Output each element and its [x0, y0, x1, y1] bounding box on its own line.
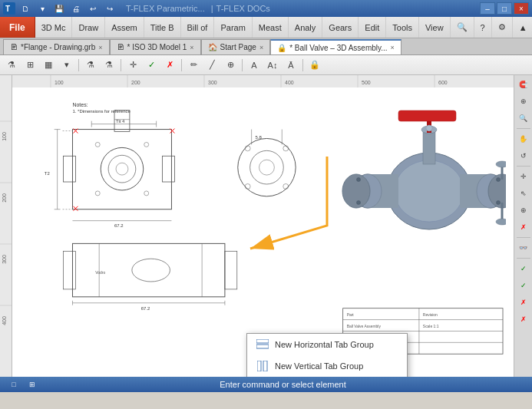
toolbar-filter2-btn[interactable]: ⚗: [82, 58, 99, 73]
toolbar: ⚗ ⊞ ▦ ▾ ⚗ ⚗ ✛ ✓ ✗ ✏ ╱ ⊕ A A↕ Ā 🔒: [0, 55, 532, 75]
ribbon-settings-btn[interactable]: ⚙: [492, 17, 513, 38]
svg-text:200: 200: [131, 80, 140, 85]
toolbar-separator5: [302, 59, 303, 71]
sidebar-glasses-btn[interactable]: 👓: [516, 240, 531, 256]
ribbon-tab-draw[interactable]: Draw: [72, 17, 105, 38]
toolbar-dropdown-btn[interactable]: ▾: [58, 58, 75, 73]
menu-new-horizontal-label: New Horizontal Tab Group: [275, 340, 374, 349]
menu-item-new-vertical[interactable]: New Vertical Tab Group: [247, 355, 407, 377]
doc-tab-ballvalve[interactable]: 🔒 * Ball Valve – 3D Assembly... ×: [270, 39, 401, 54]
sidebar-add-btn[interactable]: ⊕: [516, 203, 531, 218]
tab-close-btn[interactable]: ×: [98, 44, 102, 51]
tab-close-btn2[interactable]: ×: [190, 44, 193, 51]
doc-tab-iso3d[interactable]: 🖹 * ISO 3D Model 1 ×: [110, 39, 201, 54]
title-text: T-FLEX Parametric...: [126, 4, 205, 13]
svg-text:300: 300: [2, 255, 7, 264]
toolbar-cross-btn[interactable]: ✗: [161, 58, 178, 73]
svg-text:100: 100: [2, 132, 7, 141]
qa-new-btn[interactable]: 🗋: [18, 2, 32, 15]
toolbar-text3-btn[interactable]: Ā: [283, 58, 299, 73]
ribbon-tab-tools[interactable]: Tools: [386, 17, 419, 38]
doc-tab-flange[interactable]: 🖹 *Flange - Drawing.grb ×: [3, 39, 110, 54]
toolbar-filter-btn[interactable]: ⚗: [3, 58, 20, 73]
toolbar-separator3: [181, 59, 182, 71]
ribbon-minimize-btn[interactable]: ▲: [513, 17, 532, 38]
ribbon-tab-gears[interactable]: Gears: [322, 17, 359, 38]
toolbar-text-btn[interactable]: A: [246, 58, 263, 73]
sidebar-remove-btn[interactable]: ✗: [516, 219, 531, 235]
qa-print-btn[interactable]: 🖨: [69, 2, 83, 15]
top-ruler: 100 200 300 400 500 600: [12, 75, 514, 87]
qa-redo-btn[interactable]: ↪: [103, 2, 117, 15]
ribbon-tab-billof[interactable]: Bill of: [181, 17, 215, 38]
ribbon-help-btn[interactable]: ?: [474, 17, 492, 38]
close-btn[interactable]: ×: [514, 2, 529, 15]
doc-tab-start[interactable]: 🏠 Start Page ×: [201, 39, 271, 54]
maximize-btn[interactable]: □: [497, 2, 512, 15]
title-bar: T 🗋 ▾ 💾 🖨 ↩ ↪ T-FLEX Parametric... | T-F…: [0, 0, 532, 17]
canvas-area[interactable]: 100 200 300 400 500 600: [12, 75, 514, 377]
ribbon-tab-analy[interactable]: Analy: [289, 17, 323, 38]
file-button[interactable]: File: [0, 17, 35, 38]
sidebar-x-btn[interactable]: ✗: [516, 295, 531, 310]
tab-label: Start Page: [220, 43, 256, 51]
toolbar-separator2: [121, 59, 121, 71]
tab-close-btn3[interactable]: ×: [259, 44, 263, 51]
status-layout-btn[interactable]: □: [6, 377, 21, 392]
toolbar-table-btn[interactable]: ⊞: [21, 58, 38, 73]
toolbar-line-btn[interactable]: ╱: [203, 58, 220, 73]
sidebar-check2-btn[interactable]: ✓: [516, 278, 531, 293]
title-bar-left: T 🗋 ▾ 💾 🖨 ↩ ↪ T-FLEX Parametric... | T-F…: [3, 2, 270, 15]
qa-save-btn[interactable]: 💾: [52, 2, 66, 15]
status-message: Enter command or select element: [220, 380, 345, 389]
tab-icon: 🖹: [117, 43, 124, 51]
sidebar-x2-btn[interactable]: ✗: [516, 312, 531, 327]
toolbar-grid-btn[interactable]: ▦: [40, 58, 57, 73]
ribbon-tab-edit[interactable]: Edit: [359, 17, 386, 38]
svg-text:600: 600: [438, 80, 448, 85]
svg-text:400: 400: [2, 316, 7, 325]
sidebar-sep3: [517, 237, 530, 238]
sidebar-zoom-btn[interactable]: 🔍: [516, 110, 531, 126]
tab-icon: 🖹: [10, 43, 18, 51]
toolbar-text2-btn[interactable]: A↕: [264, 58, 281, 73]
svg-text:1. *Dimensions for reference: 1. *Dimensions for reference: [72, 109, 131, 114]
sidebar-check-btn[interactable]: ✓: [516, 261, 531, 276]
svg-text:T2: T2: [45, 171, 50, 176]
horizontal-tab-icon: [256, 338, 269, 351]
document-tabs: 🖹 *Flange - Drawing.grb × 🖹 * ISO 3D Mod…: [0, 38, 532, 55]
toolbar-pencil-btn[interactable]: ✏: [185, 58, 202, 73]
sidebar-select-btn[interactable]: ⊕: [516, 94, 531, 109]
docs-title: T-FLEX DOCs: [216, 4, 270, 13]
status-grid-btn[interactable]: ⊞: [25, 377, 40, 392]
menu-item-new-horizontal[interactable]: New Horizontal Tab Group: [247, 334, 407, 355]
svg-text:Revision: Revision: [423, 313, 438, 317]
sidebar-pan-btn[interactable]: ✋: [516, 131, 531, 147]
qa-dropdown-btn[interactable]: ▾: [35, 2, 49, 15]
qa-undo-btn[interactable]: ↩: [86, 2, 100, 15]
horiz-icon-svg: [256, 339, 269, 350]
ribbon-search-btn[interactable]: 🔍: [451, 17, 474, 38]
toolbar-snap-btn[interactable]: ⊕: [222, 58, 239, 73]
ribbon-tab-meast[interactable]: Meast: [253, 17, 289, 38]
toolbar-check-btn[interactable]: ✓: [143, 58, 160, 73]
tab-icon: 🔒: [277, 44, 286, 52]
ribbon-tab-assem[interactable]: Assem: [105, 17, 144, 38]
ribbon-tab-view[interactable]: View: [419, 17, 451, 38]
toolbar-cursor-btn[interactable]: ✛: [124, 58, 141, 73]
sidebar-orbit-btn[interactable]: ↺: [516, 148, 531, 163]
svg-text:Part: Part: [347, 313, 355, 317]
ribbon-tab-param[interactable]: Param: [214, 17, 252, 38]
svg-text:Notes:: Notes:: [72, 102, 88, 107]
ribbon-tab-titleb[interactable]: Title B: [144, 17, 181, 38]
toolbar-lock-btn[interactable]: 🔒: [306, 58, 323, 73]
minimize-btn[interactable]: –: [480, 2, 495, 15]
context-menu: New Horizontal Tab Group New Vertical Ta…: [246, 333, 408, 377]
tab-close-btn4[interactable]: ×: [391, 44, 395, 51]
sidebar-pointer-btn[interactable]: ⇖: [516, 186, 531, 201]
ribbon-tab-3dmc[interactable]: 3D Mc: [35, 17, 73, 38]
sidebar-crosshair-btn[interactable]: ✛: [516, 169, 531, 184]
svg-text:100: 100: [55, 80, 64, 85]
sidebar-magnet-btn[interactable]: 🧲: [516, 77, 531, 92]
toolbar-filter3-btn[interactable]: ⚗: [101, 58, 117, 73]
